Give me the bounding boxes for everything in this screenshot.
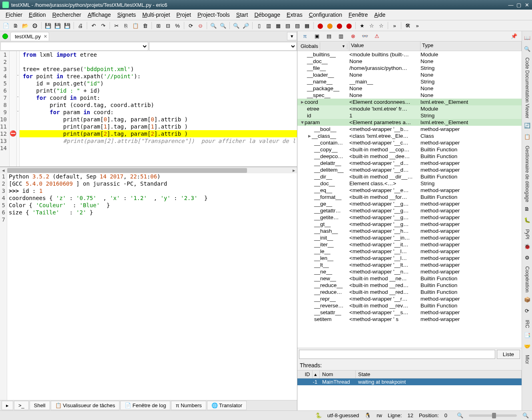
globals-header[interactable]: Globals▼: [297, 42, 349, 51]
warning-icon[interactable]: ⚠: [373, 32, 381, 41]
code-editor[interactable]: 1234567891011121314 ⛔ --- from lxml impo…: [0, 51, 297, 167]
menu-signets[interactable]: Signets: [114, 10, 139, 19]
close-button[interactable]: ✕: [524, 2, 530, 8]
split6-icon[interactable]: ▩: [303, 21, 311, 30]
menu-fenêtre[interactable]: Fenêtre: [345, 10, 371, 19]
new-tab-icon[interactable]: 🗎: [11, 21, 20, 30]
var-row[interactable]: __delattr__<method-wrapper '__d…method-w…: [297, 160, 522, 166]
var-row[interactable]: ▾param<Element parametres a…lxml.etree._…: [297, 119, 522, 126]
var-row[interactable]: __getite…<method-wrapper '__g…method-wra…: [297, 214, 522, 221]
bottom-tab-numbers[interactable]: π Numbers: [171, 401, 206, 410]
star2-icon[interactable]: ☆: [367, 21, 376, 30]
console-toggle-icon[interactable]: ▸: [2, 401, 13, 410]
reload-icon[interactable]: ⟳: [186, 21, 195, 30]
bug-red-icon[interactable]: ⬤: [316, 21, 325, 30]
var-row[interactable]: __reverse…<built-in method __rev…Builtin…: [297, 302, 522, 309]
close-file-icon[interactable]: ⮿: [30, 21, 39, 30]
menu-multi-projet[interactable]: Multi-projet: [139, 10, 173, 19]
split-v-icon[interactable]: ▥: [264, 21, 273, 30]
percent-icon[interactable]: %: [173, 21, 182, 30]
menu-extras[interactable]: Extras: [283, 10, 306, 19]
var-row[interactable]: __package__NoneNone: [297, 85, 522, 92]
var-row[interactable]: ▸__class__<class 'lxml.etree._Ele…Class: [297, 133, 522, 139]
var-row[interactable]: __init__<method-wrapper '__in…method-wra…: [297, 234, 522, 241]
type-header[interactable]: Type: [420, 42, 522, 51]
var-row[interactable]: __dir__<built-in method __dir__…Builtin …: [297, 173, 522, 180]
variables-tree[interactable]: __builtins__<module builtins (built-…Mod…: [297, 51, 522, 348]
menu-fichier[interactable]: Fichier: [2, 10, 26, 19]
sidebar-icon[interactable]: 🤝: [523, 342, 531, 350]
var-row[interactable]: __ne__<method-wrapper '__n…method-wrappe…: [297, 268, 522, 275]
var-row[interactable]: __repr__<method-wrapper '__r…method-wrap…: [297, 295, 522, 302]
var-row[interactable]: __contain…<method-wrapper '__c…method-wr…: [297, 139, 522, 146]
frame-icon[interactable]: ▣: [313, 32, 321, 41]
list-button[interactable]: Liste: [497, 350, 520, 359]
save-as-icon[interactable]: 💾: [53, 21, 62, 30]
scope-combo[interactable]: [0, 42, 148, 51]
sidebar-panel-micr[interactable]: Micr: [524, 355, 530, 364]
save-all-icon[interactable]: 💾: [63, 21, 72, 30]
shell-prompt-icon[interactable]: >_: [14, 401, 29, 410]
var-row[interactable]: __ge__<method-wrapper '__g…method-wrappe…: [297, 200, 522, 207]
bottom-tab-fenêtre-de-log[interactable]: 📄 Fenêtre de log: [120, 401, 170, 410]
split4-icon[interactable]: ▧: [283, 21, 292, 30]
bottom-tab-visualisueur-de-tâches[interactable]: 📋 Visualisueur de tâches: [51, 401, 120, 410]
save-icon[interactable]: 💾: [44, 21, 52, 30]
var-row[interactable]: __new__<built-in method __ne…Builtin Fun…: [297, 275, 522, 282]
zoom-in-icon[interactable]: 🔍: [522, 412, 529, 418]
delete-icon[interactable]: 🗑: [141, 21, 149, 30]
sidebar-panel-pypi[interactable]: PyPI: [524, 229, 530, 239]
var-row[interactable]: __doc__NoneNone: [297, 58, 522, 65]
grid2-icon[interactable]: ⊟: [163, 21, 172, 30]
var-row[interactable]: __reduce__<built-in method __red…Builtin…: [297, 282, 522, 289]
value-header[interactable]: Value: [349, 42, 420, 51]
bottom-tab-shell[interactable]: Shell: [30, 401, 50, 410]
split3-icon[interactable]: ▦: [274, 21, 283, 30]
sidebar-icon[interactable]: 📋: [523, 133, 531, 141]
zoom-icon[interactable]: 🔍: [209, 21, 218, 30]
shell-console[interactable]: 1234567 Python 3.5.2 (default, Sep 14 20…: [0, 173, 297, 400]
menu-aide[interactable]: Aide: [371, 10, 389, 19]
var-row[interactable]: __reduce…<built-in method __red…Builtin …: [297, 289, 522, 295]
copy-icon[interactable]: ⎘: [122, 21, 130, 30]
var-row[interactable]: __spec__NoneNone: [297, 92, 522, 99]
sidebar-icon[interactable]: 📑: [523, 331, 531, 339]
print-icon[interactable]: 🖨: [76, 21, 85, 30]
sidebar-icon[interactable]: 🗎: [523, 205, 531, 213]
undo-icon[interactable]: ↶: [89, 21, 98, 30]
open-icon[interactable]: 📂: [21, 21, 30, 30]
editor-scrollbar-h[interactable]: ◂▸: [0, 167, 297, 173]
thread-state-header[interactable]: State: [356, 370, 522, 378]
var-row[interactable]: __delitem__<method-wrapper '__d…method-w…: [297, 166, 522, 173]
var-row[interactable]: id1String: [297, 112, 522, 119]
member-combo[interactable]: [149, 42, 297, 51]
var-row[interactable]: __gt__<method-wrapper '__g…method-wrappe…: [297, 221, 522, 228]
zoom-out-icon[interactable]: 🔍: [457, 412, 463, 418]
menu-débogage[interactable]: Débogage: [251, 10, 283, 19]
find2-icon[interactable]: 🔎: [241, 21, 250, 30]
bug-red3-icon[interactable]: ⬤: [345, 21, 353, 30]
var-row[interactable]: __builtins__<module builtins (built-…Mod…: [297, 51, 522, 58]
menu-affichage[interactable]: Affichage: [84, 10, 114, 19]
sidebar-icon[interactable]: 🔍: [523, 45, 531, 53]
menu-projet[interactable]: Projet: [173, 10, 194, 19]
var-row[interactable]: __le__<method-wrapper '__l…method-wrappe…: [297, 248, 522, 255]
var-row[interactable]: __eq__<method-wrapper '__e…method-wrappe…: [297, 187, 522, 194]
grid-icon[interactable]: ⊞: [154, 21, 163, 30]
sidebar-panel-irc[interactable]: IRC: [524, 320, 530, 328]
tab-list-button[interactable]: ▾: [287, 32, 297, 40]
sidebar-icon[interactable]: 🐞: [523, 242, 531, 250]
stop-icon[interactable]: ⊖: [196, 21, 205, 30]
frame3-icon[interactable]: ▥: [337, 32, 345, 41]
menu-configuration[interactable]: Configuration: [306, 10, 345, 19]
var-row[interactable]: __setattr__<method-wrapper '__s…method-w…: [297, 309, 522, 316]
filter-input[interactable]: [299, 350, 495, 359]
new-file-icon[interactable]: 📄: [2, 21, 10, 30]
var-row[interactable]: etree<module 'lxml.etree' fr…Module: [297, 105, 522, 112]
cut-icon[interactable]: ✂: [112, 21, 121, 30]
tab-testxml[interactable]: testXML.py ✕: [10, 32, 49, 41]
sidebar-panel-code-documentation-viewer[interactable]: Code Documentation Viewer: [524, 57, 530, 119]
var-row[interactable]: __name____main__String: [297, 78, 522, 85]
split5-icon[interactable]: ▨: [293, 21, 302, 30]
paste-icon[interactable]: 📋: [131, 21, 140, 30]
